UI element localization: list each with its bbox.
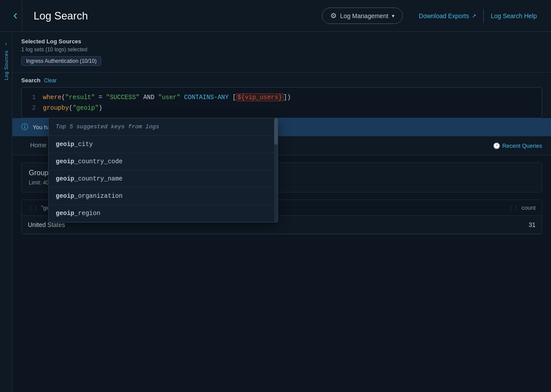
gear-icon: ⚙ [330, 12, 337, 20]
autocomplete-scrollbar[interactable] [274, 118, 278, 222]
autocomplete-item-4[interactable]: geoip_region [49, 205, 278, 222]
search-area: Search Clear 1 where("result" = "SUCCESS… [12, 73, 551, 118]
code-editor[interactable]: 1 where("result" = "SUCCESS" AND "user" … [21, 87, 542, 118]
external-link-icon: ↗ [472, 13, 476, 19]
autocomplete-suffix-0: _city [74, 141, 93, 148]
sidebar-toggle[interactable]: › [5, 41, 7, 47]
kw-groupby: groupby [43, 104, 69, 111]
log-management-button[interactable]: ⚙ Log Management ▾ [322, 8, 403, 24]
page-title: Log Search [34, 10, 315, 22]
autocomplete-item-2[interactable]: geoip_country_name [49, 170, 278, 188]
log-sources-panel: Selected Log Sources 1 log sets (10 logs… [12, 32, 551, 73]
table-col-count: ⋮⋮ count [480, 200, 542, 215]
log-source-tag[interactable]: Ingress Authentication (10/10) [21, 56, 101, 66]
info-icon: ⓘ [21, 123, 28, 132]
code-content-2: groupby("geoip") [43, 104, 536, 111]
line-number-2: 2 [27, 104, 36, 111]
search-label: Search Clear [21, 77, 542, 84]
header-actions: ⚙ Log Management ▾ Download Exports ↗ Lo… [322, 8, 542, 24]
log-sources-subtitle: 1 log sets (10 logs) selected [21, 46, 542, 53]
search-label-text: Search [21, 77, 40, 84]
autocomplete-suffix-1: _country_code [74, 158, 122, 165]
autocomplete-prefix-3: geoip [56, 192, 74, 200]
autocomplete-header: Top 5 suggested keys from logs [49, 118, 278, 136]
clock-icon: 🕐 [493, 142, 500, 149]
code-content-1: where("result" = "SUCCESS" AND "user" CO… [43, 94, 536, 101]
code-line-1: 1 where("result" = "SUCCESS" AND "user" … [22, 92, 542, 103]
log-sources-title: Selected Log Sources [21, 38, 542, 45]
autocomplete-suffix-4: _region [74, 210, 100, 217]
chevron-down-icon: ▾ [392, 13, 394, 19]
autocomplete-item-1[interactable]: geoip_country_code [49, 153, 278, 170]
log-search-help-button[interactable]: Log Search Help [486, 9, 542, 23]
header-divider [483, 9, 484, 23]
autocomplete-scrollbar-thumb [274, 118, 278, 145]
autocomplete-prefix-2: geoip [56, 175, 74, 182]
autocomplete-suffix-2: _country_name [74, 175, 122, 182]
sidebar: › Log Sources [0, 32, 12, 392]
drag-icon: ⋮⋮ [28, 205, 38, 211]
cell-count: 31 [480, 216, 542, 234]
tabs-right: 🕐 Recent Queries [493, 142, 542, 149]
limit-label: Limit: 40 [29, 180, 49, 186]
autocomplete-item-0[interactable]: geoip_city [49, 136, 278, 153]
col-count-name: count [521, 204, 536, 211]
kw-where: where [43, 94, 61, 101]
back-icon[interactable] [9, 0, 22, 32]
autocomplete-prefix-4: geoip [56, 210, 74, 217]
main-layout: › Log Sources Selected Log Sources 1 log… [0, 32, 551, 392]
download-exports-button[interactable]: Download Exports ↗ [413, 9, 482, 23]
autocomplete-prefix-0: geoip [56, 141, 74, 148]
autocomplete-suffix-3: _organization [74, 192, 122, 200]
autocomplete-dropdown: Top 5 suggested keys from logs geoip_cit… [48, 118, 278, 223]
autocomplete-item-3[interactable]: geoip_organization [49, 188, 278, 205]
code-line-2: 2 groupby("geoip") [22, 103, 542, 113]
main-content: Selected Log Sources 1 log sets (10 logs… [12, 32, 551, 392]
line-number-1: 1 [27, 94, 36, 101]
clear-button[interactable]: Clear [44, 77, 57, 84]
var-vip-users: ${vip_users} [236, 93, 283, 101]
header: Log Search ⚙ Log Management ▾ Download E… [0, 0, 551, 32]
recent-queries-button[interactable]: 🕐 Recent Queries [493, 142, 542, 149]
drag-icon-2: ⋮⋮ [508, 205, 519, 211]
autocomplete-prefix-1: geoip [56, 158, 74, 165]
sidebar-label[interactable]: Log Sources [4, 50, 9, 80]
